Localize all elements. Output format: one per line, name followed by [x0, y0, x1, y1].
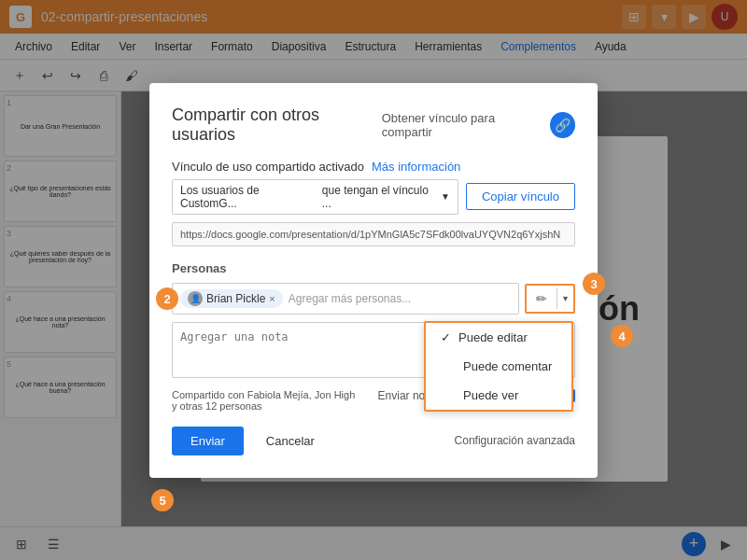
shared-info: Compartido con Fabiola Mejía, Jon High y… [172, 389, 355, 412]
get-link-label: Obtener vínculo para compartir [382, 111, 544, 139]
people-section-label: Personas [172, 261, 575, 275]
badge-step-2: 2 [156, 287, 178, 310]
dropdown-label: Los usuarios de CustomG... [180, 184, 315, 210]
share-scope-dropdown[interactable]: Los usuarios de CustomG... que tengan el… [172, 179, 458, 215]
person-chip: 👤 Brian Pickle × [180, 289, 283, 308]
cancel-button[interactable]: Cancelar [251, 427, 330, 455]
copy-link-button[interactable]: Copiar vínculo [466, 183, 575, 210]
get-link-button[interactable]: Obtener vínculo para compartir 🔗 [382, 111, 575, 139]
permission-dropdown: ✓ Puede editar Puede comentar Puede ver [424, 321, 573, 412]
modal-footer: Enviar Cancelar Configuración avanzada [172, 427, 575, 455]
modal-title: Compartir con otros usuarios [172, 105, 382, 145]
people-row: 👤 Brian Pickle × Agregar más personas...… [172, 283, 575, 315]
advanced-settings-link[interactable]: Configuración avanzada [455, 434, 575, 447]
share-link-row: Vínculo de uso compartido activado Más i… [172, 160, 575, 174]
view-permission-label: Puede ver [463, 388, 518, 402]
comment-permission-label: Puede comentar [463, 359, 552, 373]
edit-dropdown-arrow[interactable]: ▾ [557, 287, 573, 309]
person-name: Brian Pickle [206, 292, 265, 305]
permission-edit-button[interactable]: ✏ ▾ ✓ Puede editar Puede comentar Puede … [525, 284, 575, 314]
footer-actions: Enviar Cancelar [172, 427, 330, 455]
more-info-link[interactable]: Más información [372, 160, 460, 174]
badge-step-4: 4 [611, 325, 633, 347]
dropdown-chevron-icon: ▼ [441, 191, 450, 202]
permission-comment-option[interactable]: Puede comentar [426, 352, 571, 381]
modal-overlay: Compartir con otros usuarios Obtener vín… [0, 0, 747, 560]
permission-edit-option[interactable]: ✓ Puede editar [426, 323, 571, 352]
permission-view-option[interactable]: Puede ver [426, 381, 571, 410]
url-input[interactable] [172, 222, 575, 246]
chip-remove-button[interactable]: × [269, 293, 275, 304]
person-avatar-icon: 👤 [188, 291, 203, 306]
add-people-placeholder[interactable]: Agregar más personas... [289, 292, 511, 305]
edit-pencil-icon[interactable]: ✏ [527, 286, 557, 312]
modal-header: Compartir con otros usuarios Obtener vín… [172, 105, 575, 145]
people-input-area[interactable]: 👤 Brian Pickle × Agregar más personas... [172, 283, 519, 315]
link-icon: 🔗 [550, 112, 575, 138]
dropdown-label2: que tengan el vínculo ... [322, 184, 437, 210]
share-modal: Compartir con otros usuarios Obtener vín… [149, 83, 598, 478]
check-icon: ✓ [441, 330, 451, 344]
badge-step-3: 3 [583, 273, 605, 295]
share-link-label: Vínculo de uso compartido activado [172, 160, 364, 174]
badge-step-5: 5 [151, 489, 174, 511]
send-button[interactable]: Enviar [172, 427, 244, 455]
edit-permission-label: Puede editar [458, 330, 528, 344]
